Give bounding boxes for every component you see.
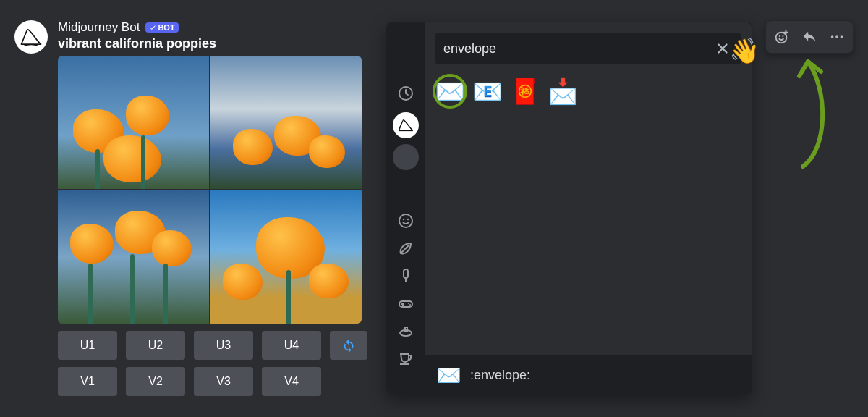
emoji-category-people[interactable] (397, 212, 414, 229)
emoji-email[interactable]: 📧 (472, 76, 503, 106)
svg-point-7 (408, 303, 409, 304)
reply-button[interactable] (796, 24, 822, 50)
svg-point-3 (407, 219, 409, 220)
emoji-tab-server-other[interactable] (393, 144, 419, 170)
reroll-button[interactable] (330, 331, 367, 360)
emoji-incoming-envelope[interactable]: 📩 (548, 76, 578, 106)
cup-icon (397, 350, 414, 367)
upscale-3-button[interactable]: U3 (194, 331, 253, 360)
emoji-picker-sidebar (387, 22, 425, 395)
image-grid[interactable] (58, 56, 362, 324)
svg-point-12 (776, 33, 787, 43)
svg-point-8 (409, 304, 411, 306)
bot-avatar (14, 20, 48, 54)
emoji-red-envelope[interactable]: 🧧 (510, 76, 540, 106)
emoji-tab-server-midjourney[interactable] (393, 112, 419, 138)
prompt-text: vibrant california poppies (58, 36, 367, 51)
emoji-category-food[interactable] (397, 267, 414, 285)
clock-icon (397, 85, 414, 102)
footer-shortcode: :envelope: (470, 368, 530, 383)
svg-rect-10 (405, 327, 407, 331)
emoji-picker: ✉️ 📧 🧧 📩 ✉️ :envelope: (386, 22, 752, 395)
grid-image-1[interactable] (58, 56, 209, 189)
quick-reaction-wave[interactable]: 👋 (729, 36, 760, 65)
emoji-category-nature[interactable] (397, 240, 414, 257)
message: Midjourney Bot BOT vibrant california po… (14, 20, 367, 396)
emoji-search (435, 33, 741, 64)
emoji-category-activities[interactable] (397, 295, 414, 312)
variation-4-button[interactable]: V4 (262, 367, 321, 396)
add-reaction-button[interactable] (769, 24, 795, 50)
bot-tag: BOT (145, 22, 178, 33)
footer-preview-emoji: ✉️ (436, 363, 461, 387)
grid-image-3[interactable] (58, 190, 209, 324)
svg-point-16 (835, 35, 838, 38)
emoji-envelope[interactable]: ✉️ (435, 76, 465, 106)
emoji-results: ✉️ 📧 🧧 📩 (425, 70, 752, 112)
refresh-icon (341, 337, 357, 353)
smile-icon (397, 212, 414, 229)
annotation-arrow (778, 47, 864, 170)
svg-point-14 (782, 35, 783, 37)
message-action-bar (765, 20, 854, 54)
emoji-tab-recent[interactable] (393, 80, 419, 106)
add-reaction-icon (774, 29, 790, 45)
svg-point-13 (779, 35, 780, 37)
svg-point-15 (831, 35, 834, 38)
grid-image-2[interactable] (210, 56, 362, 189)
upscale-2-button[interactable]: U2 (126, 331, 185, 360)
upscale-1-button[interactable]: U1 (58, 331, 117, 360)
svg-rect-6 (399, 301, 412, 307)
author-row: Midjourney Bot BOT (58, 20, 367, 35)
variation-3-button[interactable]: V3 (194, 367, 253, 396)
svg-rect-4 (404, 269, 408, 278)
emoji-picker-footer: ✉️ :envelope: (425, 355, 752, 395)
gamepad-icon (397, 295, 414, 312)
upscale-4-button[interactable]: U4 (262, 331, 321, 360)
emoji-category-objects[interactable] (397, 350, 414, 367)
popsicle-icon (397, 267, 414, 285)
leaf-icon (397, 240, 414, 257)
svg-point-17 (841, 35, 843, 38)
variation-1-button[interactable]: V1 (58, 367, 117, 396)
midjourney-icon (396, 116, 415, 135)
submarine-icon (397, 322, 414, 340)
svg-point-2 (403, 219, 404, 220)
action-button-rows: U1 U2 U3 U4 V1 V2 V3 V4 (58, 331, 367, 396)
emoji-search-input[interactable] (443, 41, 705, 56)
variation-2-button[interactable]: V2 (126, 367, 185, 396)
close-icon (715, 41, 731, 56)
author-name: Midjourney Bot (58, 20, 140, 35)
reply-icon (801, 29, 817, 45)
bot-tag-text: BOT (158, 23, 174, 32)
svg-point-1 (399, 214, 412, 227)
emoji-category-travel[interactable] (397, 322, 414, 340)
grid-image-4[interactable] (210, 190, 362, 324)
more-button[interactable] (824, 24, 850, 50)
more-icon (829, 29, 845, 45)
